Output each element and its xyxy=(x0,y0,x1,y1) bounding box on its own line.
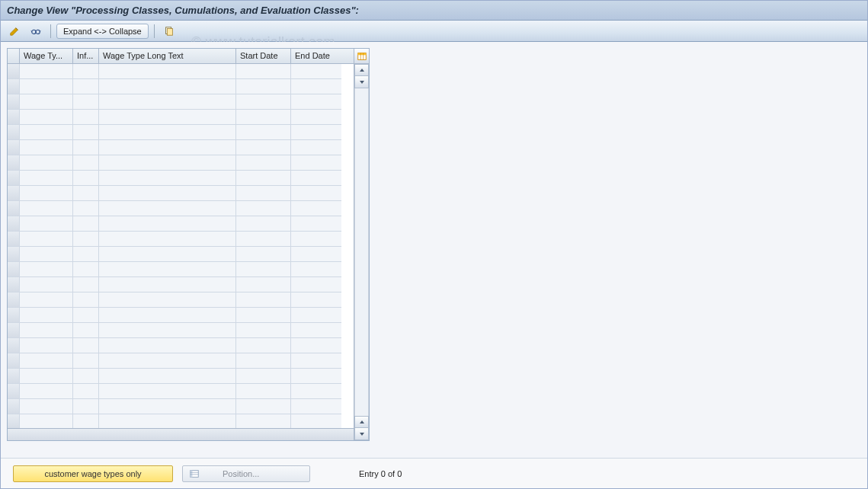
table-settings-button[interactable] xyxy=(354,49,369,64)
table-cell[interactable] xyxy=(291,64,341,79)
scroll-track[interactable] xyxy=(354,88,369,416)
table-cell[interactable] xyxy=(73,125,99,140)
table-cell[interactable] xyxy=(291,399,341,414)
table-cell[interactable] xyxy=(73,369,99,384)
table-cell[interactable] xyxy=(8,155,20,171)
table-cell[interactable] xyxy=(99,125,236,140)
table-cell[interactable] xyxy=(73,292,99,308)
table-cell[interactable] xyxy=(8,338,20,353)
table-cell[interactable] xyxy=(20,262,73,277)
table-cell[interactable] xyxy=(236,232,291,247)
column-wage-type-long-text[interactable]: Wage Type Long Text xyxy=(99,49,236,63)
table-cell[interactable] xyxy=(20,186,73,201)
table-cell[interactable] xyxy=(8,369,20,384)
table-cell[interactable] xyxy=(20,171,73,186)
table-cell[interactable] xyxy=(20,79,73,94)
table-row[interactable] xyxy=(8,277,354,292)
table-cell[interactable] xyxy=(236,384,291,399)
table-cell[interactable] xyxy=(291,140,341,155)
table-cell[interactable] xyxy=(236,79,291,94)
table-cell[interactable] xyxy=(8,247,20,262)
table-cell[interactable] xyxy=(73,308,99,323)
table-cell[interactable] xyxy=(73,79,99,94)
table-cell[interactable] xyxy=(20,369,73,384)
table-cell[interactable] xyxy=(8,140,20,155)
table-cell[interactable] xyxy=(73,186,99,201)
table-cell[interactable] xyxy=(73,323,99,338)
table-cell[interactable] xyxy=(236,171,291,186)
table-row[interactable] xyxy=(8,94,354,110)
table-cell[interactable] xyxy=(20,384,73,399)
table-cell[interactable] xyxy=(99,232,236,247)
table-cell[interactable] xyxy=(291,353,341,369)
table-row[interactable] xyxy=(8,247,354,262)
table-cell[interactable] xyxy=(20,247,73,262)
table-row[interactable] xyxy=(8,79,354,94)
table-cell[interactable] xyxy=(291,247,341,262)
edit-button[interactable] xyxy=(5,24,24,39)
table-cell[interactable] xyxy=(291,186,341,201)
table-cell[interactable] xyxy=(20,353,73,369)
table-cell[interactable] xyxy=(20,125,73,140)
table-cell[interactable] xyxy=(236,414,291,428)
table-cell[interactable] xyxy=(236,94,291,110)
table-cell[interactable] xyxy=(20,292,73,308)
table-cell[interactable] xyxy=(99,384,236,399)
table-cell[interactable] xyxy=(20,140,73,155)
table-cell[interactable] xyxy=(73,140,99,155)
table-row[interactable] xyxy=(8,369,354,384)
table-cell[interactable] xyxy=(236,308,291,323)
table-cell[interactable] xyxy=(99,110,236,125)
table-cell[interactable] xyxy=(236,201,291,216)
table-cell[interactable] xyxy=(236,216,291,232)
column-inf[interactable]: Inf... xyxy=(73,49,99,63)
table-cell[interactable] xyxy=(8,186,20,201)
table-cell[interactable] xyxy=(291,277,341,292)
table-row[interactable] xyxy=(8,262,354,277)
table-cell[interactable] xyxy=(8,353,20,369)
display-button[interactable] xyxy=(27,24,45,39)
table-cell[interactable] xyxy=(20,308,73,323)
table-cell[interactable] xyxy=(8,277,20,292)
table-cell[interactable] xyxy=(8,308,20,323)
table-cell[interactable] xyxy=(236,323,291,338)
table-cell[interactable] xyxy=(99,369,236,384)
table-cell[interactable] xyxy=(236,140,291,155)
table-cell[interactable] xyxy=(20,216,73,232)
column-selector[interactable] xyxy=(8,49,20,63)
table-cell[interactable] xyxy=(20,110,73,125)
table-cell[interactable] xyxy=(236,155,291,171)
table-row[interactable] xyxy=(8,323,354,338)
table-cell[interactable] xyxy=(8,125,20,140)
table-cell[interactable] xyxy=(8,64,20,79)
table-cell[interactable] xyxy=(99,308,236,323)
table-row[interactable] xyxy=(8,110,354,125)
table-row[interactable] xyxy=(8,155,354,171)
table-cell[interactable] xyxy=(236,110,291,125)
table-cell[interactable] xyxy=(236,399,291,414)
table-cell[interactable] xyxy=(73,414,99,428)
table-cell[interactable] xyxy=(236,125,291,140)
table-cell[interactable] xyxy=(236,262,291,277)
table-cell[interactable] xyxy=(20,94,73,110)
table-cell[interactable] xyxy=(99,262,236,277)
column-end-date[interactable]: End Date xyxy=(291,49,341,63)
table-cell[interactable] xyxy=(73,201,99,216)
table-cell[interactable] xyxy=(99,399,236,414)
table-cell[interactable] xyxy=(73,232,99,247)
table-cell[interactable] xyxy=(8,384,20,399)
table-cell[interactable] xyxy=(99,79,236,94)
table-cell[interactable] xyxy=(20,338,73,353)
table-cell[interactable] xyxy=(291,338,341,353)
table-cell[interactable] xyxy=(236,338,291,353)
table-cell[interactable] xyxy=(99,201,236,216)
table-cell[interactable] xyxy=(291,369,341,384)
table-cell[interactable] xyxy=(99,171,236,186)
table-cell[interactable] xyxy=(8,292,20,308)
table-cell[interactable] xyxy=(20,64,73,79)
table-cell[interactable] xyxy=(8,323,20,338)
table-cell[interactable] xyxy=(73,171,99,186)
column-start-date[interactable]: Start Date xyxy=(236,49,291,63)
table-cell[interactable] xyxy=(8,201,20,216)
table-cell[interactable] xyxy=(99,338,236,353)
